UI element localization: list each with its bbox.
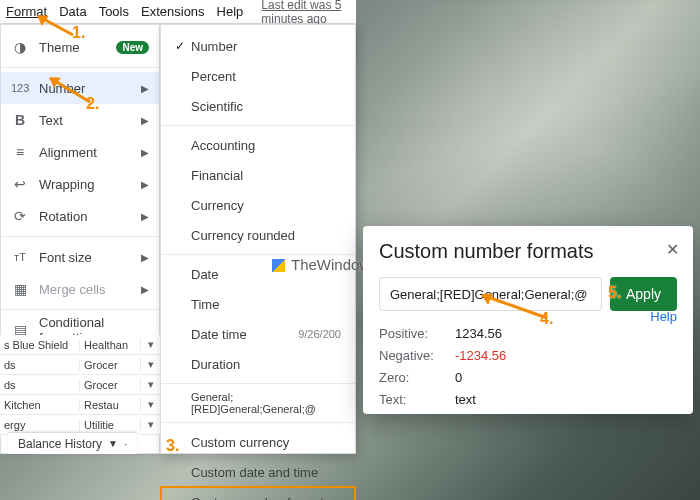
menu-extensions[interactable]: Extensions <box>141 4 205 19</box>
theme-icon: ◑ <box>11 39 29 55</box>
wrap-icon: ↩ <box>11 176 29 192</box>
number-submenu: ✓Number Percent Scientific Accounting Fi… <box>160 24 356 454</box>
chevron-right-icon: ▶ <box>141 211 149 222</box>
number-option-custom-number-format[interactable]: Custom number format▶ <box>161 487 355 500</box>
annotation-3: 3. <box>166 437 179 455</box>
last-edit-note[interactable]: Last edit was 5 minutes ago <box>261 0 350 26</box>
menu-text-label: Text <box>39 113 131 128</box>
dialog-title: Custom number formats <box>379 240 677 263</box>
menu-help[interactable]: Help <box>217 4 244 19</box>
number-option-custom-currency[interactable]: Custom currency <box>161 427 355 457</box>
menu-rotation-label: Rotation <box>39 209 131 224</box>
help-link[interactable]: Help <box>650 309 677 324</box>
menu-data[interactable]: Data <box>59 4 86 19</box>
chevron-down-icon: ▼ <box>108 438 118 449</box>
menu-rotation[interactable]: ⟳ Rotation ▶ <box>1 200 159 232</box>
sheet-tab-label: Balance History <box>18 437 102 451</box>
number-option-percent[interactable]: Percent <box>161 61 355 91</box>
menu-merge-label: Merge cells <box>39 282 131 297</box>
chevron-right-icon: ▶ <box>141 179 149 190</box>
spreadsheet-grid: s Blue ShieldHealthan▾ dsGrocer▾ dsGroce… <box>0 335 160 435</box>
number-option-time[interactable]: Time <box>161 289 355 319</box>
sheet-tab[interactable]: Balance History ▼ · <box>8 432 137 454</box>
table-row[interactable]: dsGrocer▾ <box>0 375 160 395</box>
annotation-5: 5. <box>608 284 621 302</box>
annotation-2: 2. <box>86 95 99 113</box>
chevron-right-icon: ▶ <box>141 284 149 295</box>
bold-icon: B <box>11 112 29 128</box>
table-row[interactable]: dsGrocer▾ <box>0 355 160 375</box>
chevron-right-icon: ▶ <box>141 115 149 126</box>
number-option-accounting[interactable]: Accounting <box>161 130 355 160</box>
annotation-1: 1. <box>72 24 85 42</box>
number-option-duration[interactable]: Duration <box>161 349 355 379</box>
menu-font-size[interactable]: тT Font size ▶ <box>1 241 159 273</box>
number-option-currency-rounded[interactable]: Currency rounded <box>161 220 355 250</box>
number-option-general-format[interactable]: General;[RED]General;General;@ <box>161 388 355 418</box>
menu-wrapping-label: Wrapping <box>39 177 131 192</box>
menu-font-size-label: Font size <box>39 250 131 265</box>
menubar: Format Data Tools Extensions Help Last e… <box>0 0 356 24</box>
number-option-financial[interactable]: Financial <box>161 160 355 190</box>
number-icon: 123 <box>11 82 29 94</box>
number-option-number[interactable]: ✓Number <box>161 31 355 61</box>
annotation-4: 4. <box>540 310 553 328</box>
chevron-right-icon: ▶ <box>141 147 149 158</box>
align-icon: ≡ <box>11 144 29 160</box>
menu-tools[interactable]: Tools <box>99 4 129 19</box>
number-option-scientific[interactable]: Scientific <box>161 91 355 121</box>
menu-number-label: Number <box>39 81 131 96</box>
menu-wrapping[interactable]: ↩ Wrapping ▶ <box>1 168 159 200</box>
menu-format[interactable]: Format <box>6 4 47 19</box>
table-row[interactable]: KitchenRestau▾ <box>0 395 160 415</box>
custom-number-format-dialog: Custom number formats ✕ Apply Help Posit… <box>363 226 693 414</box>
table-row[interactable]: s Blue ShieldHealthan▾ <box>0 335 160 355</box>
number-option-currency[interactable]: Currency <box>161 190 355 220</box>
menu-number[interactable]: 123 Number ▶ <box>1 72 159 104</box>
format-input[interactable] <box>379 277 602 311</box>
chevron-right-icon: ▶ <box>333 497 341 501</box>
chevron-right-icon: ▶ <box>141 83 149 94</box>
menu-alignment[interactable]: ≡ Alignment ▶ <box>1 136 159 168</box>
new-badge: New <box>116 41 149 54</box>
watermark-logo-icon <box>272 259 285 272</box>
chevron-right-icon: ▶ <box>141 252 149 263</box>
menu-merge-cells[interactable]: ▦ Merge cells ▶ <box>1 273 159 305</box>
number-option-datetime[interactable]: Date time9/26/200 <box>161 319 355 349</box>
menu-text[interactable]: B Text ▶ <box>1 104 159 136</box>
rotation-icon: ⟳ <box>11 208 29 224</box>
format-preview: Positive:1234.56 Negative:-1234.56 Zero:… <box>379 323 677 411</box>
merge-icon: ▦ <box>11 281 29 297</box>
font-size-icon: тT <box>11 251 29 263</box>
close-icon[interactable]: ✕ <box>666 240 679 259</box>
menu-alignment-label: Alignment <box>39 145 131 160</box>
number-option-custom-datetime[interactable]: Custom date and time <box>161 457 355 487</box>
